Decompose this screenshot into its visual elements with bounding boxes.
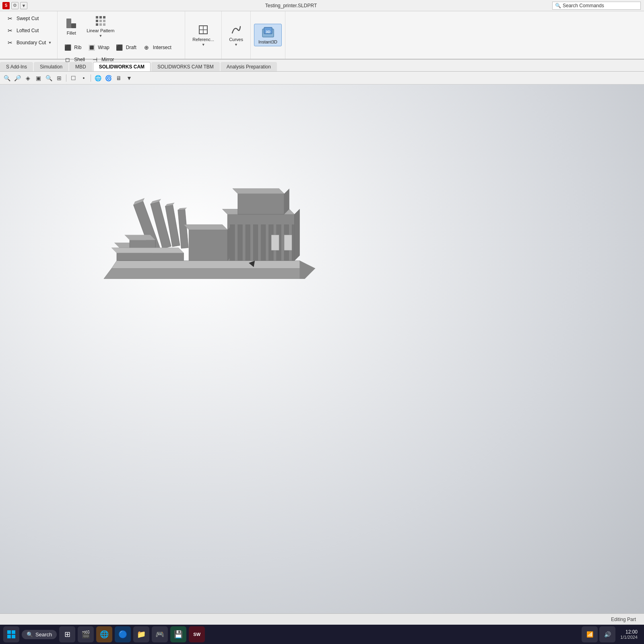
model-3d	[72, 173, 354, 302]
svg-marker-19	[299, 261, 315, 279]
fillet-icon	[65, 17, 78, 30]
svg-rect-5	[96, 20, 98, 22]
instant3d-button[interactable]: 3D Instant3D	[254, 24, 282, 46]
tab-add-ins[interactable]: S Add-Ins	[0, 62, 33, 71]
fillet-label: Fillet	[67, 31, 76, 35]
shell-button[interactable]: ◻ Shell	[61, 54, 87, 65]
lofted-cut-label: Lofted Cut	[17, 28, 39, 33]
intersect-icon: ⊕	[142, 43, 151, 52]
svg-rect-24	[238, 225, 243, 261]
wrap-button[interactable]: 🔳 Wrap	[85, 42, 111, 53]
taskbar-edge-button[interactable]: 🔵	[115, 626, 131, 642]
taskbar-explorer-button[interactable]: 📁	[133, 626, 149, 642]
svg-rect-33	[284, 235, 292, 250]
taskbar-solidworks-button[interactable]: SW	[189, 626, 205, 642]
tab-simulation-label: Simulation	[40, 64, 62, 70]
toolbar2-dropdown-btn[interactable]: ▼	[125, 74, 134, 83]
windows-start-button[interactable]	[3, 626, 19, 642]
toolbar2-render-btn[interactable]: 🌀	[104, 74, 113, 83]
lofted-cut-icon: ✂	[6, 26, 14, 35]
taskbar-search-icon: 🔍	[27, 632, 33, 638]
taskbar-search-label: Search	[35, 632, 52, 638]
lofted-cut-button[interactable]: ✂ Lofted Cut	[3, 25, 54, 36]
title-right-area: 🔍 Search Commands	[552, 2, 644, 10]
taskbar-search-bar[interactable]: 🔍 Search	[22, 630, 57, 639]
taskbar-task-view-button[interactable]: ⊞	[59, 626, 75, 642]
svg-rect-10	[103, 23, 105, 26]
svg-rect-8	[96, 23, 98, 26]
status-bar: Editing Part	[0, 613, 644, 625]
taskbar-spotify-button[interactable]: 💾	[170, 626, 186, 642]
taskbar-date: 1/1/2024	[620, 635, 638, 640]
boundary-cut-dropdown[interactable]: ▼	[48, 41, 52, 45]
intersect-button[interactable]: ⊕ Intersect	[140, 42, 174, 53]
curves-dropdown[interactable]: ▼	[234, 43, 238, 47]
reference-button[interactable]: Referenc... ▼	[188, 22, 218, 48]
svg-rect-32	[271, 235, 279, 250]
boundary-cut-button[interactable]: ✂ Boundary Cut ▼	[3, 37, 54, 48]
svg-rect-27	[261, 225, 266, 261]
svg-rect-25	[246, 225, 250, 261]
svg-rect-7	[103, 20, 105, 22]
taskbar-chrome-button[interactable]: 🎬	[78, 626, 94, 642]
draft-button[interactable]: ⬛ Draft	[113, 42, 139, 53]
settings-icon[interactable]: ⚙	[11, 2, 19, 9]
draft-icon: ⬛	[115, 43, 124, 52]
title-bar-icons: S ⚙ ▼	[0, 2, 30, 9]
toolbar2: 🔍 🔎 ◈ ▣ 🔍 ⊞ ☐ • 🌐 🌀 🖥 ▼	[0, 72, 644, 85]
toolbar2-display-btn[interactable]: 🖥	[114, 74, 123, 83]
window-title: Testing_printer.SLDPRT	[30, 3, 552, 8]
mirror-button[interactable]: ⊣ Mirror	[88, 54, 116, 65]
svg-rect-4	[103, 16, 105, 19]
taskbar: 🔍 Search ⊞ 🎬 🌐 🔵 📁 🎮 💾 SW 📶 🔊 12:00 1/1/…	[0, 625, 644, 644]
reference-dropdown[interactable]: ▼	[202, 43, 205, 47]
toolbar2-zoom-btn[interactable]: 🔎	[13, 74, 22, 83]
svg-rect-6	[99, 20, 102, 22]
search-commands-bar[interactable]: 🔍 Search Commands	[552, 2, 641, 10]
taskbar-right-area: 📶 🔊 12:00 1/1/2024	[582, 626, 641, 642]
taskbar-volume-icon[interactable]: 🔊	[599, 626, 615, 642]
svg-rect-54	[7, 630, 11, 634]
linear-pattern-button[interactable]: Linear Pattern ▼	[83, 13, 118, 39]
toolbar2-view3-btn[interactable]: 🔍	[44, 74, 53, 83]
svg-rect-3	[99, 16, 102, 19]
swept-cut-button[interactable]: ✂ Swept Cut	[3, 13, 54, 24]
svg-rect-26	[253, 225, 258, 261]
fillet-button[interactable]: Fillet	[61, 13, 82, 39]
svg-marker-52	[117, 253, 184, 260]
ribbon-curves-section: Curves ▼	[222, 11, 251, 59]
windows-icon	[7, 630, 15, 638]
toolbar2-search-btn[interactable]: 🔍	[2, 74, 11, 83]
toolbar2-dot-btn[interactable]: •	[79, 74, 88, 83]
linear-pattern-dropdown[interactable]: ▼	[99, 34, 102, 38]
wrap-icon: 🔳	[87, 43, 96, 52]
toolbar2-view2-btn[interactable]: ▣	[34, 74, 43, 83]
ribbon-reference-section: Referenc... ▼	[185, 11, 222, 59]
taskbar-firefox-button[interactable]: 🌐	[96, 626, 112, 642]
svg-marker-22	[295, 209, 300, 261]
linear-pattern-label: Linear Pattern	[87, 28, 114, 33]
taskbar-clock[interactable]: 12:00 1/1/2024	[617, 629, 641, 640]
tab-analysis-preparation[interactable]: Analysis Preparation	[221, 62, 277, 71]
editing-status: Editing Part	[611, 617, 636, 622]
taskbar-wifi-icon[interactable]: 📶	[582, 626, 598, 642]
svg-marker-18	[111, 261, 315, 268]
ribbon-features-section: Fillet Linear	[58, 11, 185, 59]
svg-rect-0	[66, 19, 71, 28]
rib-icon: ⬛	[63, 43, 72, 52]
canvas-area[interactable]	[0, 85, 644, 620]
features-grid: ⬛ Rib 🔳 Wrap ⬛ Draft ⊕ Intersect ◻ Shell…	[61, 42, 182, 65]
toolbar2-color-btn[interactable]: 🌐	[93, 74, 102, 83]
curves-button[interactable]: Curves ▼	[225, 22, 247, 48]
shell-label: Shell	[74, 57, 85, 62]
svg-marker-53	[111, 248, 184, 253]
toolbar2-grid-btn[interactable]: ⊞	[55, 74, 64, 83]
taskbar-media-button[interactable]: 🎮	[152, 626, 168, 642]
swept-cut-icon: ✂	[6, 14, 14, 23]
mirror-label: Mirror	[101, 57, 114, 62]
tab-analysis-preparation-label: Analysis Preparation	[227, 64, 271, 70]
quick-access-icon[interactable]: ▼	[20, 2, 27, 9]
toolbar2-box-btn[interactable]: ☐	[69, 74, 78, 83]
toolbar2-view1-btn[interactable]: ◈	[23, 74, 32, 83]
rib-button[interactable]: ⬛ Rib	[61, 42, 84, 53]
